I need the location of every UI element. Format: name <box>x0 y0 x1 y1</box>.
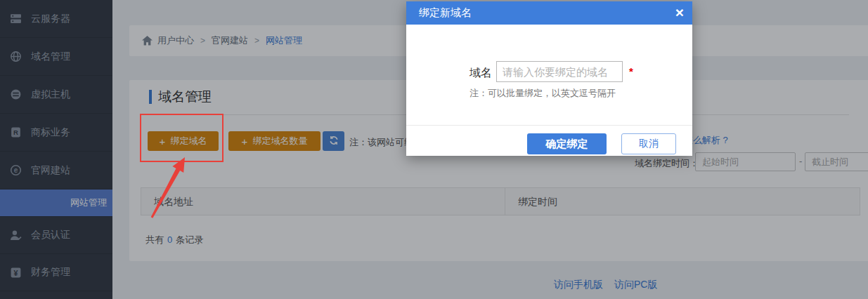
modal-title: 绑定新域名 <box>419 6 472 20</box>
required-asterisk: * <box>629 65 633 77</box>
confirm-bind-button[interactable]: 确定绑定 <box>527 133 607 154</box>
domain-field-label: 域名 <box>469 66 492 81</box>
modal-footer-divider <box>406 125 692 126</box>
close-icon[interactable]: × <box>675 3 684 22</box>
modal-note-text: 注：可以批量绑定，以英文逗号隔开 <box>469 87 616 100</box>
bind-new-domain-modal: 绑定新域名 × 域名 * 注：可以批量绑定，以英文逗号隔开 确定绑定 取消 <box>406 1 692 156</box>
cancel-button[interactable]: 取消 <box>621 133 676 154</box>
modal-header: 绑定新域名 <box>406 1 692 25</box>
domain-input[interactable] <box>496 61 623 82</box>
